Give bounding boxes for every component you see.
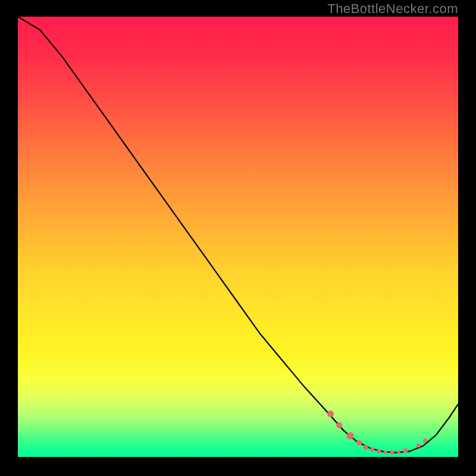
curve-layer [18, 17, 458, 457]
marker-point [416, 443, 421, 447]
marker-point [377, 449, 381, 453]
curve-path [18, 17, 458, 453]
marker-point [356, 440, 362, 446]
marker-point [384, 450, 387, 454]
marker-point [397, 450, 400, 454]
marker-point [423, 439, 427, 443]
marker-point [403, 449, 408, 453]
watermark-text: TheBottleNecker.com [327, 1, 458, 17]
marker-point [347, 433, 354, 440]
marker-group [327, 411, 427, 455]
marker-point [390, 450, 394, 455]
chart-canvas: TheBottleNecker.com [0, 0, 476, 476]
marker-point [327, 411, 334, 417]
marker-point [336, 422, 342, 428]
plot-area [18, 17, 458, 457]
marker-point [370, 447, 374, 452]
marker-point [364, 445, 368, 450]
